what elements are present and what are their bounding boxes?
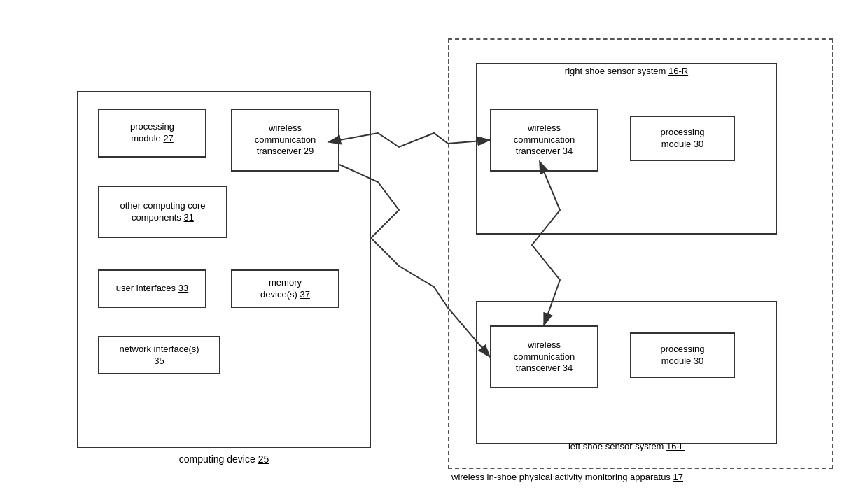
wireless-transceiver-left-label: wirelesscommunicationtransceiver 34 <box>514 340 575 375</box>
memory-device-box: memorydevice(s) 37 <box>231 270 340 308</box>
wireless-transceiver-computing-label: wirelesscommunicationtransceiver 29 <box>255 122 316 158</box>
wireless-transceiver-computing: wirelesscommunicationtransceiver 29 <box>231 108 340 172</box>
user-interfaces-box: user interfaces 33 <box>98 270 206 308</box>
diagram-container: processingmodule 27 wirelesscommunicatio… <box>0 0 868 504</box>
processing-module-computing: processingmodule 27 <box>98 108 206 158</box>
other-computing-label: other computing corecomponents 31 <box>120 200 205 224</box>
processing-module-left-label: processingmodule 30 <box>661 344 705 368</box>
outer-system-label: wireless in-shoe physical activity monit… <box>451 472 683 482</box>
user-interfaces-label: user interfaces 33 <box>116 283 188 295</box>
processing-module-label: processingmodule 27 <box>130 121 174 145</box>
left-shoe-label: left shoe sensor system 16-L <box>476 441 777 451</box>
right-shoe-label: right shoe sensor system 16-R <box>476 66 777 76</box>
processing-module-right-label: processingmodule 30 <box>661 127 705 150</box>
other-computing-box: other computing corecomponents 31 <box>98 186 227 238</box>
wireless-transceiver-left-shoe: wirelesscommunicationtransceiver 34 <box>490 326 598 388</box>
wireless-transceiver-right-label: wirelesscommunicationtransceiver 34 <box>514 122 575 158</box>
computing-device-label: computing device 25 <box>77 454 371 465</box>
memory-device-label: memorydevice(s) 37 <box>260 277 310 301</box>
processing-module-right-shoe: processingmodule 30 <box>630 115 735 161</box>
network-interface-label: network interface(s)35 <box>119 344 199 368</box>
processing-module-left-shoe: processingmodule 30 <box>630 332 735 378</box>
network-interface-box: network interface(s)35 <box>98 336 220 374</box>
wireless-transceiver-right-shoe: wirelesscommunicationtransceiver 34 <box>490 108 598 172</box>
